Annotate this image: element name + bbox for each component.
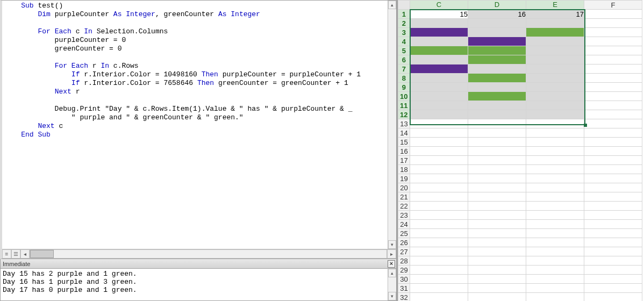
row-header[interactable]: 10: [398, 92, 410, 101]
cell[interactable]: [410, 128, 468, 138]
cell[interactable]: [410, 202, 468, 211]
row-header[interactable]: 7: [398, 64, 410, 74]
cell[interactable]: [526, 128, 584, 138]
row-header[interactable]: 15: [398, 138, 410, 147]
cell[interactable]: [526, 238, 584, 247]
cell[interactable]: [526, 266, 584, 275]
cell[interactable]: [410, 192, 468, 202]
column-header[interactable]: C: [410, 1, 468, 10]
cell[interactable]: [410, 147, 468, 156]
code-vertical-scrollbar[interactable]: ▴ ▾: [388, 1, 396, 249]
row-header[interactable]: 25: [398, 229, 410, 238]
row-header[interactable]: 16: [398, 147, 410, 156]
scroll-up-icon[interactable]: ▴: [388, 269, 396, 277]
cell[interactable]: [584, 256, 642, 266]
row-header[interactable]: 12: [398, 110, 410, 119]
scroll-right-icon[interactable]: ▸: [387, 249, 396, 259]
proc-view-icon[interactable]: ≡: [2, 249, 11, 259]
cell[interactable]: [526, 138, 584, 147]
cell[interactable]: 17: [526, 10, 584, 19]
cell[interactable]: [410, 238, 468, 247]
cell[interactable]: [584, 92, 642, 101]
cell[interactable]: [584, 192, 642, 202]
cell[interactable]: [526, 275, 584, 284]
cell[interactable]: [584, 37, 642, 46]
cell[interactable]: [584, 119, 642, 128]
cell[interactable]: [468, 19, 526, 28]
cell[interactable]: [410, 83, 468, 92]
cell[interactable]: [410, 293, 468, 302]
cell[interactable]: [584, 101, 642, 110]
row-header[interactable]: 6: [398, 55, 410, 64]
row-header[interactable]: 2: [398, 19, 410, 28]
cell[interactable]: [410, 275, 468, 284]
scroll-left-icon[interactable]: ◂: [20, 249, 30, 259]
cell[interactable]: [468, 74, 526, 83]
cell[interactable]: [468, 284, 526, 293]
row-header[interactable]: 21: [398, 192, 410, 202]
cell[interactable]: [410, 284, 468, 293]
cell[interactable]: [468, 256, 526, 266]
cell[interactable]: [468, 266, 526, 275]
row-header[interactable]: 32: [398, 293, 410, 302]
cell[interactable]: [410, 19, 468, 28]
cell[interactable]: [410, 92, 468, 101]
code-horizontal-scrollbar[interactable]: ≡ ☰ ◂ ▸: [2, 249, 396, 259]
cell[interactable]: [526, 64, 584, 74]
cell[interactable]: [526, 37, 584, 46]
cell[interactable]: [584, 64, 642, 74]
cell[interactable]: [410, 256, 468, 266]
cell[interactable]: [584, 211, 642, 220]
row-header[interactable]: 22: [398, 202, 410, 211]
row-header[interactable]: 8: [398, 74, 410, 83]
cell[interactable]: [584, 229, 642, 238]
cell[interactable]: [584, 247, 642, 256]
cell[interactable]: [584, 138, 642, 147]
scroll-up-icon[interactable]: ▴: [388, 1, 396, 9]
row-header[interactable]: 11: [398, 101, 410, 110]
column-header[interactable]: F: [584, 1, 642, 10]
cell[interactable]: [584, 174, 642, 183]
cell[interactable]: [584, 55, 642, 64]
cell[interactable]: [468, 238, 526, 247]
cell[interactable]: [526, 165, 584, 174]
cell[interactable]: [584, 293, 642, 302]
cell[interactable]: [410, 156, 468, 165]
cell[interactable]: [468, 229, 526, 238]
cell[interactable]: [584, 156, 642, 165]
code-editor[interactable]: Sub test() Dim purpleCounter As Integer,…: [2, 1, 388, 249]
cell[interactable]: [468, 128, 526, 138]
column-header[interactable]: E: [526, 1, 584, 10]
row-header[interactable]: 3: [398, 28, 410, 37]
cell[interactable]: [410, 211, 468, 220]
row-header[interactable]: 5: [398, 46, 410, 55]
cell[interactable]: [468, 110, 526, 119]
cell[interactable]: [468, 211, 526, 220]
select-all-corner[interactable]: [398, 1, 410, 10]
cell[interactable]: 16: [468, 10, 526, 19]
row-header[interactable]: 4: [398, 37, 410, 46]
cell[interactable]: [584, 110, 642, 119]
cell[interactable]: [584, 202, 642, 211]
cell[interactable]: [526, 183, 584, 192]
cell[interactable]: [410, 46, 468, 55]
row-header[interactable]: 31: [398, 284, 410, 293]
cell[interactable]: [526, 202, 584, 211]
row-header[interactable]: 19: [398, 174, 410, 183]
cell[interactable]: [468, 138, 526, 147]
row-header[interactable]: 29: [398, 266, 410, 275]
cell[interactable]: [468, 101, 526, 110]
cell[interactable]: [468, 165, 526, 174]
cell[interactable]: [526, 119, 584, 128]
cell[interactable]: [526, 55, 584, 64]
cell[interactable]: [468, 147, 526, 156]
cell[interactable]: [468, 293, 526, 302]
cell[interactable]: [468, 174, 526, 183]
cell[interactable]: [468, 92, 526, 101]
cell[interactable]: [410, 55, 468, 64]
cell[interactable]: [468, 183, 526, 192]
full-view-icon[interactable]: ☰: [11, 249, 20, 259]
cell[interactable]: [410, 74, 468, 83]
row-header[interactable]: 13: [398, 119, 410, 128]
cell[interactable]: [410, 37, 468, 46]
